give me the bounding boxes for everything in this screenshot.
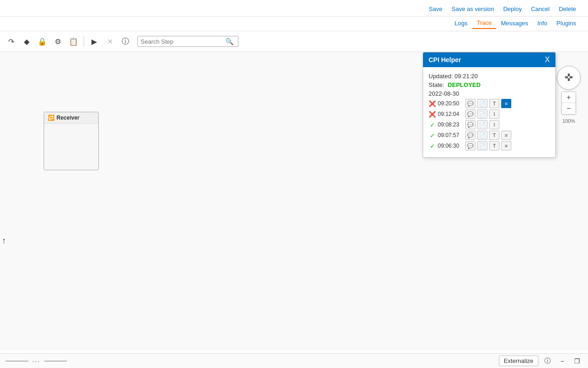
zoom-in-button[interactable]: +	[562, 92, 576, 103]
minimize-button[interactable]: −	[557, 356, 568, 367]
cpi-date: 2022-08-30	[429, 90, 550, 97]
help-button[interactable]: ⓘ	[118, 34, 133, 49]
plugins-tab[interactable]: Plugins	[552, 18, 581, 29]
search-input[interactable]	[141, 38, 226, 45]
log-time-0: 09:20:50	[438, 100, 464, 107]
log-doc-btn-3[interactable]: 📄	[477, 131, 487, 140]
bottom-line-right	[44, 361, 67, 362]
log-doc-btn-1[interactable]: 📄	[477, 109, 487, 119]
cpi-helper-body: Updated: 09:21:20 State: DEPLOYED 2022-0…	[423, 67, 555, 157]
delete-button[interactable]: Delete	[554, 4, 581, 14]
receiver-label: Receiver	[57, 115, 79, 121]
log-filter-btn-3[interactable]: ≡	[501, 131, 511, 140]
log-row-1: ❌ 09:12:04 💬 📄 I	[429, 109, 550, 119]
undo-button[interactable]: ↷	[4, 34, 18, 49]
log-time-1: 09:12:04	[438, 111, 464, 117]
log-comment-btn-4[interactable]: 💬	[465, 141, 475, 150]
search-icon-button[interactable]: 🔍	[226, 38, 233, 45]
log-t-btn-3[interactable]: T	[489, 131, 499, 140]
receiver-icon: 🔁	[48, 115, 55, 121]
log-row-3: ✓ 09:07:57 💬 📄 T ≡	[429, 131, 550, 140]
log-filter-btn-0[interactable]: ≡	[501, 99, 511, 108]
canvas-area: 🔁 Receiver ✜ + − 100% CPI Helper X Updat…	[0, 52, 588, 350]
cpi-helper-panel: CPI Helper X Updated: 09:21:20 State: DE…	[423, 52, 556, 158]
log-row-0: ❌ 09:20:50 💬 📄 T ≡	[429, 99, 550, 108]
log-doc-btn-0[interactable]: 📄	[477, 99, 487, 108]
help-bottom-button[interactable]: ⓘ	[542, 356, 553, 367]
log-status-success-2: ✓	[429, 121, 436, 128]
bottom-left: ···	[6, 357, 67, 365]
nav-control: ✜ + − 100%	[557, 66, 581, 124]
bottom-line-left	[6, 361, 28, 362]
save-as-version-button[interactable]: Save as version	[447, 4, 499, 14]
icon-toolbar: ↷ ◆ 🔒 ⚙ 📋 ▶ ✕ ⓘ 🔍	[0, 31, 588, 52]
stop-button[interactable]: ✕	[102, 34, 117, 49]
play-button[interactable]: ▶	[87, 34, 102, 49]
cancel-button[interactable]: Cancel	[526, 4, 554, 14]
cursor: ↑	[2, 236, 6, 246]
log-i-btn-2[interactable]: I	[489, 120, 499, 129]
cpi-updated-label: Updated: 09:21:20	[429, 73, 550, 80]
log-status-success-3: ✓	[429, 132, 436, 139]
bottom-bar: ··· Externalize ⓘ − ❐	[0, 353, 588, 368]
cpi-state-row: State: DEPLOYED	[429, 81, 550, 88]
cpi-helper-close-button[interactable]: X	[545, 56, 550, 63]
cpi-helper-header: CPI Helper X	[423, 52, 555, 67]
log-row-4: ✓ 09:06:30 💬 📄 T ≡	[429, 141, 550, 150]
log-comment-btn-3[interactable]: 💬	[465, 131, 475, 140]
cpi-helper-title: CPI Helper	[429, 56, 461, 63]
receiver-header: 🔁 Receiver	[44, 112, 98, 124]
log-doc-btn-2[interactable]: 📄	[477, 120, 487, 129]
log-time-4: 09:06:30	[438, 143, 464, 149]
log-comment-btn-2[interactable]: 💬	[465, 120, 475, 129]
search-container: 🔍	[137, 36, 238, 47]
log-status-success-4: ✓	[429, 142, 436, 150]
log-time-2: 09:08:23	[438, 121, 464, 128]
log-status-error-0: ❌	[429, 100, 436, 107]
save-button[interactable]: Save	[424, 4, 447, 14]
log-comment-btn-0[interactable]: 💬	[465, 99, 475, 108]
log-comment-btn-1[interactable]: 💬	[465, 109, 475, 119]
receiver-body	[44, 124, 98, 170]
info-tab[interactable]: Info	[533, 18, 552, 29]
log-t-btn-0[interactable]: T	[489, 99, 499, 108]
cpi-state-value: DEPLOYED	[448, 81, 481, 88]
zoom-level: 100%	[562, 118, 575, 124]
clipboard-button[interactable]: 📋	[66, 34, 81, 49]
log-i-btn-1[interactable]: I	[489, 109, 499, 119]
compass-control[interactable]: ✜	[557, 66, 581, 90]
cpi-state-label: State:	[429, 81, 444, 88]
log-filter-btn-4[interactable]: ≡	[501, 141, 511, 150]
externalize-button[interactable]: Externalize	[499, 356, 538, 366]
diamond-button[interactable]: ◆	[19, 34, 34, 49]
expand-button[interactable]: ❐	[571, 356, 582, 367]
zoom-control: + −	[561, 92, 576, 115]
bottom-dots: ···	[32, 357, 40, 365]
log-time-3: 09:07:57	[438, 132, 464, 138]
lock-button[interactable]: 🔒	[35, 34, 50, 49]
log-row-2: ✓ 09:08:23 💬 📄 I	[429, 120, 550, 129]
log-t-btn-4[interactable]: T	[489, 141, 499, 150]
trace-tab[interactable]: Trace	[472, 17, 497, 29]
bottom-right: Externalize ⓘ − ❐	[499, 356, 582, 367]
log-doc-btn-4[interactable]: 📄	[477, 141, 487, 150]
deploy-button[interactable]: Deploy	[498, 4, 526, 14]
zoom-out-button[interactable]: −	[562, 103, 576, 114]
toolbar-separator-1	[84, 36, 84, 47]
receiver-node[interactable]: 🔁 Receiver	[44, 112, 99, 170]
top-toolbar: Save Save as version Deploy Cancel Delet…	[0, 0, 588, 17]
messages-tab[interactable]: Messages	[496, 18, 532, 29]
logs-tab[interactable]: Logs	[450, 18, 472, 29]
settings-button[interactable]: ⚙	[51, 34, 65, 49]
second-toolbar: Logs Trace Messages Info Plugins	[0, 17, 588, 31]
log-status-error-1: ❌	[429, 110, 436, 118]
